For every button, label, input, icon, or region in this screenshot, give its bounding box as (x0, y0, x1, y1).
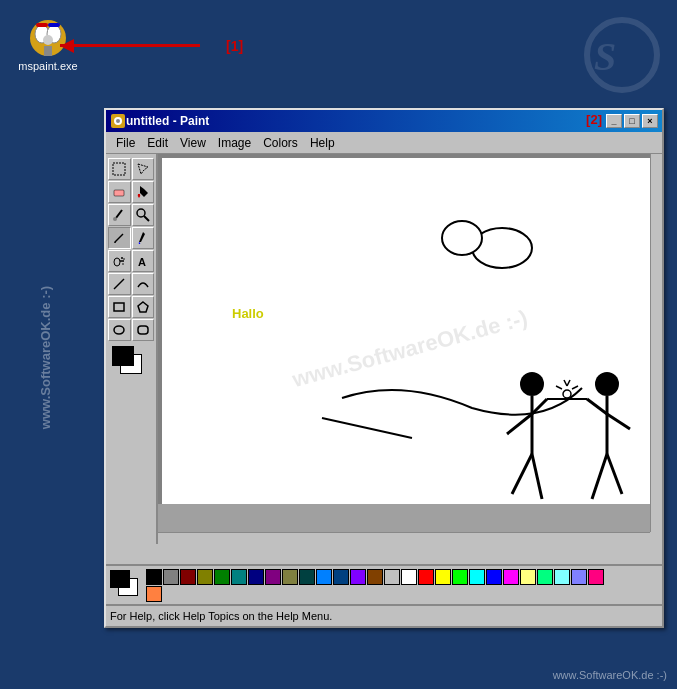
svg-point-48 (563, 390, 571, 398)
color-magenta[interactable] (503, 569, 519, 585)
color-periwinkle[interactable] (571, 569, 587, 585)
svg-point-16 (113, 217, 117, 221)
menu-bar: File Edit View Image Colors Help (106, 132, 662, 154)
svg-point-11 (116, 119, 120, 123)
color-dark-red[interactable] (180, 569, 196, 585)
tool-select-rect[interactable] (108, 158, 131, 180)
svg-line-34 (322, 418, 412, 438)
svg-rect-3 (36, 23, 48, 27)
menu-colors[interactable]: Colors (257, 134, 304, 152)
title-bar-label2: [2] (586, 112, 602, 127)
svg-point-33 (442, 221, 482, 255)
color-orange[interactable] (146, 586, 162, 602)
color-yellow[interactable] (435, 569, 451, 585)
tool-line[interactable] (108, 273, 131, 295)
resize-corner (650, 532, 662, 544)
title-bar-text: untitled - Paint (126, 114, 606, 128)
menu-file[interactable]: File (110, 134, 141, 152)
maximize-button[interactable]: □ (624, 114, 640, 128)
tool-select-free[interactable] (132, 158, 155, 180)
scrollbar-horizontal[interactable] (158, 532, 650, 544)
stickman-svg (482, 334, 662, 534)
menu-image[interactable]: Image (212, 134, 257, 152)
color-gray[interactable] (163, 569, 179, 585)
svg-rect-14 (114, 190, 124, 196)
color-light-cyan[interactable] (554, 569, 570, 585)
scrollbar-vertical[interactable] (650, 154, 662, 532)
color-light-yellow[interactable] (520, 569, 536, 585)
menu-help[interactable]: Help (304, 134, 341, 152)
color-olive[interactable] (197, 569, 213, 585)
title-bar-icon (110, 113, 126, 129)
svg-point-21 (114, 258, 120, 266)
svg-point-41 (595, 372, 619, 396)
tool-row-3 (108, 204, 154, 226)
color-violet[interactable] (350, 569, 366, 585)
color-swatches (146, 569, 606, 602)
color-blue2[interactable] (486, 569, 502, 585)
tool-rect[interactable] (108, 296, 131, 318)
tool-row-5: A (108, 250, 154, 272)
close-button[interactable]: × (642, 114, 658, 128)
minimize-button[interactable]: _ (606, 114, 622, 128)
svg-rect-31 (138, 326, 148, 334)
svg-text:A: A (138, 256, 146, 268)
svg-line-27 (114, 279, 124, 289)
color-brown[interactable] (367, 569, 383, 585)
svg-rect-4 (48, 23, 60, 27)
toolbox: A (106, 154, 158, 544)
tool-rounded-rect[interactable] (132, 319, 155, 341)
color-dark-teal[interactable] (299, 569, 315, 585)
color-teal[interactable] (231, 569, 247, 585)
svg-line-49 (564, 380, 567, 386)
tool-brush[interactable] (132, 227, 155, 249)
svg-point-24 (123, 258, 125, 260)
watermark-left: www.SoftwareOK.de :-) (38, 233, 53, 483)
color-black[interactable] (146, 569, 162, 585)
canvas-area[interactable]: Hallo www.SoftwareOK.de :-) (158, 154, 662, 544)
tool-row-1 (108, 158, 154, 180)
svg-line-15 (116, 210, 122, 218)
tool-row-4 (108, 227, 154, 249)
watermark-logo: S (582, 15, 662, 108)
svg-line-52 (572, 386, 578, 389)
svg-rect-6 (44, 46, 52, 56)
menu-edit[interactable]: Edit (141, 134, 174, 152)
tool-eyedropper[interactable] (108, 204, 131, 226)
tool-airbrush[interactable] (108, 250, 131, 272)
tool-eraser[interactable] (108, 181, 131, 203)
desktop: mspaint.exe [1] www.SoftwareOK.de :-) S … (0, 0, 677, 689)
color-blue[interactable] (316, 569, 332, 585)
color-spring-green[interactable] (537, 569, 553, 585)
color-dark-olive[interactable] (282, 569, 298, 585)
svg-point-30 (114, 326, 124, 334)
color-hot-pink[interactable] (588, 569, 604, 585)
color-purple[interactable] (265, 569, 281, 585)
color-white[interactable] (401, 569, 417, 585)
svg-line-50 (567, 380, 570, 386)
color-navy[interactable] (248, 569, 264, 585)
color-lime[interactable] (452, 569, 468, 585)
status-bar: For Help, click Help Topics on the Help … (106, 604, 662, 626)
svg-point-35 (520, 372, 544, 396)
tool-polygon[interactable] (132, 296, 155, 318)
color-dark-blue[interactable] (333, 569, 349, 585)
tool-curve[interactable] (132, 273, 155, 295)
watermark-bottom-desktop: www.SoftwareOK.de :-) (553, 669, 667, 681)
color-red[interactable] (418, 569, 434, 585)
palette-fg-color[interactable] (110, 570, 130, 588)
svg-text:S: S (594, 34, 616, 79)
svg-rect-28 (114, 303, 124, 311)
svg-point-25 (122, 263, 124, 265)
svg-line-18 (144, 216, 149, 221)
color-cyan[interactable] (469, 569, 485, 585)
color-light-gray[interactable] (384, 569, 400, 585)
menu-view[interactable]: View (174, 134, 212, 152)
tool-text[interactable]: A (132, 250, 155, 272)
title-bar: untitled - Paint [2] _ □ × (106, 110, 662, 132)
color-dark-green[interactable] (214, 569, 230, 585)
tool-ellipse[interactable] (108, 319, 131, 341)
tool-pencil[interactable] (108, 227, 131, 249)
tool-fill[interactable] (132, 181, 155, 203)
tool-magnify[interactable] (132, 204, 155, 226)
